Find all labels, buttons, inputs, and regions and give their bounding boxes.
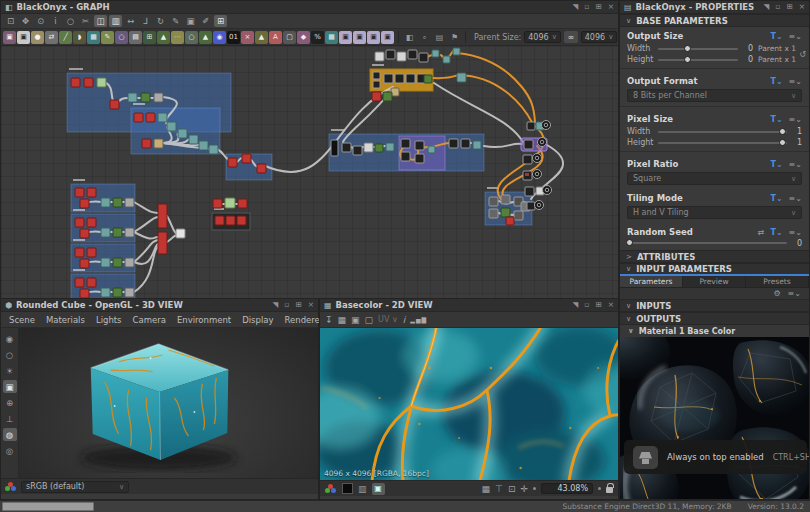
- transform-node-icon[interactable]: ⋯: [171, 31, 184, 44]
- expose-parameter-icon[interactable]: T⌄: [770, 160, 782, 169]
- pixel-ratio-select[interactable]: Square ∨: [627, 172, 802, 185]
- tab-presets[interactable]: Presets: [746, 276, 809, 287]
- snap-icon[interactable]: ⊤: [495, 484, 503, 494]
- channels-icon[interactable]: [325, 484, 337, 494]
- levels-node-icon[interactable]: ▤: [129, 31, 142, 44]
- shaded-view-icon[interactable]: ◍: [3, 428, 17, 441]
- maximize-icon[interactable]: ⊞: [595, 2, 601, 12]
- selection-d-icon[interactable]: ▣: [381, 31, 394, 44]
- expose-parameter-icon[interactable]: T⌄: [770, 228, 782, 237]
- rotate-icon[interactable]: ↻: [154, 15, 167, 27]
- link-mode-icon[interactable]: ↔: [124, 15, 137, 27]
- zoom-level-field[interactable]: 43.08%: [541, 483, 593, 494]
- save-icon[interactable]: ▦: [338, 315, 347, 325]
- selection-c-icon[interactable]: ▣: [367, 31, 380, 44]
- function-menu-icon[interactable]: ≡⌄: [789, 77, 802, 86]
- brush-icon[interactable]: ✐: [199, 15, 212, 27]
- warp-node-icon[interactable]: ▲: [199, 31, 212, 44]
- color-wheel-node-icon[interactable]: ◉: [213, 31, 226, 44]
- grayscale-bars-icon[interactable]: ▥: [358, 484, 367, 494]
- image-view-icon[interactable]: ▣: [372, 483, 385, 495]
- pixel-height-slider[interactable]: [658, 142, 787, 144]
- view2d-canvas[interactable]: 4096 x 4096 [RGBA, 16bpc]: [320, 328, 618, 480]
- environment-icon[interactable]: ☀: [3, 364, 17, 377]
- colorspace-select[interactable]: sRGB (default) ∨: [21, 481, 129, 493]
- axes-icon[interactable]: ⊥: [3, 412, 17, 425]
- uv-overlay-icon[interactable]: ▢: [365, 315, 374, 325]
- gear-icon[interactable]: ⚙: [773, 289, 780, 298]
- frame-node-icon[interactable]: ▤: [433, 31, 446, 44]
- random-seed-slider[interactable]: [627, 242, 787, 244]
- maximize-icon[interactable]: ⊞: [786, 2, 792, 12]
- shuffle-icon[interactable]: ⇄: [758, 228, 765, 237]
- expose-parameter-icon[interactable]: T⌄: [770, 115, 782, 124]
- tab-parameters[interactable]: Parameters: [620, 276, 683, 287]
- sharpen-node-icon[interactable]: ▲: [157, 31, 170, 44]
- display-icon[interactable]: ▣: [3, 380, 17, 393]
- hsl-node-icon[interactable]: ○: [115, 31, 128, 44]
- menu-item[interactable]: Camera: [133, 315, 166, 325]
- float-icon[interactable]: ▫: [284, 300, 289, 310]
- close-icon[interactable]: ×: [608, 2, 614, 12]
- pan-icon[interactable]: ✥: [19, 15, 32, 27]
- height-mode[interactable]: Parent x 1: [758, 55, 802, 64]
- function-menu-icon[interactable]: ≡⌄: [789, 160, 802, 169]
- zoom-icon[interactable]: ○: [64, 15, 77, 27]
- directional-blur-node-icon[interactable]: ◗: [73, 31, 86, 44]
- screenshot-icon[interactable]: ⊙: [34, 15, 47, 27]
- info-icon[interactable]: i: [49, 15, 62, 27]
- safe-transform-node-icon[interactable]: ▲: [255, 31, 268, 44]
- info-icon[interactable]: i: [403, 315, 406, 325]
- text-node-icon[interactable]: A: [269, 31, 282, 44]
- output-format-select[interactable]: 8 Bits per Channel ∨: [627, 89, 802, 102]
- section-input-parameters[interactable]: ∨ INPUT PARAMETERS: [620, 263, 809, 276]
- menu-item[interactable]: Scene: [9, 315, 35, 325]
- value-node-icon[interactable]: 01: [227, 31, 240, 44]
- output-entry-row[interactable]: ∨ Material 1 Base Color: [620, 325, 809, 337]
- export-icon[interactable]: ↧: [325, 315, 333, 325]
- tile-sampler-node-icon[interactable]: ▦: [325, 31, 338, 44]
- gradient-node-icon[interactable]: ✎: [101, 31, 114, 44]
- wireframe-view-icon[interactable]: ◎: [3, 444, 17, 457]
- status-widget[interactable]: [2, 502, 94, 511]
- histogram-icon[interactable]: ▂▅▇: [410, 316, 427, 323]
- pin-icon[interactable]: ◥: [573, 300, 579, 310]
- blend-node-icon[interactable]: ▣: [17, 31, 30, 44]
- pin-icon[interactable]: ◥: [573, 2, 579, 12]
- pen-icon[interactable]: ✎: [169, 15, 182, 27]
- function-menu-icon[interactable]: ≡⌄: [789, 32, 802, 41]
- close-icon[interactable]: ×: [608, 300, 614, 310]
- menu-item[interactable]: Environment: [177, 315, 231, 325]
- cut-links-icon[interactable]: ✂: [79, 15, 92, 27]
- grid-icon[interactable]: ▦: [482, 484, 491, 494]
- parent-size-width-select[interactable]: 4096∨: [524, 31, 560, 43]
- menu-item[interactable]: Materials: [46, 315, 85, 325]
- bitmap-node-icon[interactable]: ▣: [3, 31, 16, 44]
- uv-select[interactable]: UV ∨: [378, 315, 398, 324]
- parent-size-height-select[interactable]: 4096∨: [581, 31, 617, 43]
- pan-icon[interactable]: ✛: [520, 484, 528, 494]
- menu-item[interactable]: Display: [242, 315, 273, 325]
- fit-frame-icon[interactable]: ⊡: [508, 484, 516, 494]
- close-icon[interactable]: ×: [799, 2, 805, 12]
- height-slider[interactable]: [658, 59, 738, 61]
- curve-node-icon[interactable]: ╱: [59, 31, 72, 44]
- texture-sphere-icon[interactable]: ⊕: [3, 396, 17, 409]
- expose-parameter-icon[interactable]: T⌄: [770, 32, 782, 41]
- expose-parameter-icon[interactable]: T⌄: [770, 77, 782, 86]
- function-menu-icon[interactable]: ≡⌄: [789, 228, 802, 237]
- light-icon[interactable]: ○: [3, 348, 17, 361]
- pin-icon[interactable]: ◥: [273, 300, 279, 310]
- close-icon[interactable]: ×: [308, 300, 314, 310]
- graph-canvas[interactable]: [1, 46, 618, 299]
- float-icon[interactable]: ▫: [584, 2, 589, 12]
- width-mode[interactable]: Parent x 1: [758, 44, 802, 53]
- lock-icon[interactable]: [606, 487, 613, 493]
- background-swatch[interactable]: [342, 483, 353, 494]
- mirror-node-icon[interactable]: ×: [241, 31, 254, 44]
- graph-view-icon[interactable]: ◫: [94, 15, 107, 27]
- link-wh-icon[interactable]: ↺: [799, 50, 806, 59]
- maximize-icon[interactable]: ⊞: [595, 300, 601, 310]
- fill-node-icon[interactable]: ◆: [297, 31, 310, 44]
- tab-preview[interactable]: Preview: [683, 276, 746, 287]
